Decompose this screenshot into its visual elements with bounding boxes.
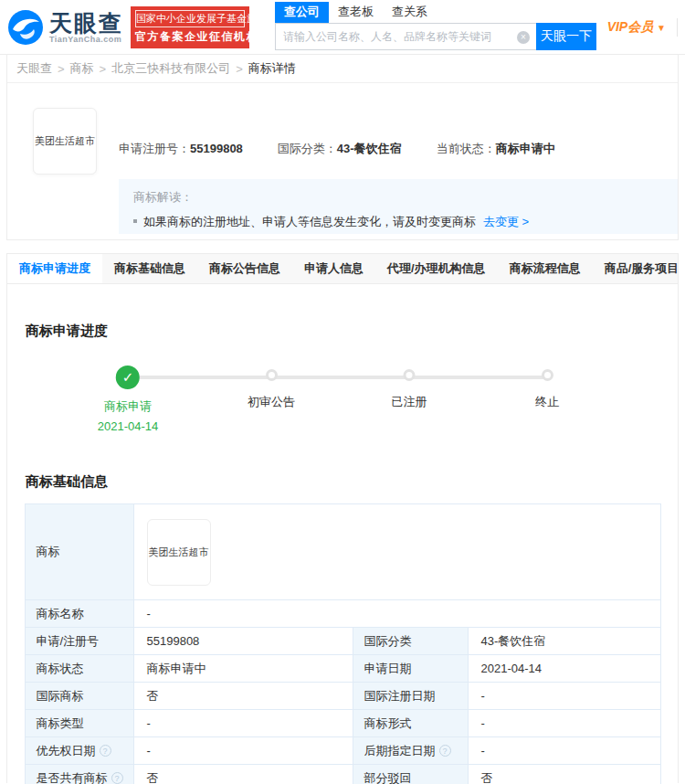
certification-badge: 国家中小企业发展子基金旗下 官方备案企业征信机构 bbox=[131, 6, 249, 48]
breadcrumb-current: 商标详情 bbox=[248, 60, 296, 77]
go-change-link[interactable]: 去变更 > bbox=[483, 215, 529, 228]
search-tabs: 查公司 查老板 查关系 bbox=[275, 4, 596, 23]
progress-section-title: 商标申请进度 bbox=[7, 284, 678, 340]
application-progress-stepper: ✓ 商标申请 2021-04-14 初审公告 已注册 终止 bbox=[7, 366, 678, 446]
stepper-line bbox=[128, 376, 547, 379]
step-terminated: 终止 bbox=[535, 366, 559, 410]
step-applied-date: 2021-04-14 bbox=[98, 419, 159, 433]
current-status-field: 当前状态：商标申请中 bbox=[437, 141, 555, 157]
search-tab-relation[interactable]: 查关系 bbox=[383, 2, 437, 23]
eye-logo-icon bbox=[7, 9, 44, 46]
table-row: 优先权日期? - 后期指定日期? - bbox=[25, 737, 660, 765]
table-row: 商标状态 商标申请中 申请日期 2021-04-14 bbox=[25, 655, 660, 683]
help-icon[interactable]: ? bbox=[439, 745, 451, 757]
tab-announcement-info[interactable]: 商标公告信息 bbox=[197, 254, 292, 283]
table-row: 申请/注册号 55199808 国际分类 43-餐饮住宿 bbox=[25, 628, 660, 655]
breadcrumb: 天眼查 > 商标 > 北京三快科技有限公司 > 商标详情 bbox=[6, 55, 679, 83]
header-divider bbox=[677, 18, 678, 37]
trademark-image-small: 美团生活超市 bbox=[147, 519, 211, 586]
label-trademark-name: 商标名称 bbox=[25, 600, 133, 628]
registration-number-field: 申请注册号：55199808 bbox=[119, 141, 243, 157]
table-row-name: 商标名称 - bbox=[25, 600, 660, 628]
label-trademark: 商标 bbox=[25, 504, 133, 600]
search-tab-company[interactable]: 查公司 bbox=[275, 2, 329, 23]
brand-domain: TianYanCha.com bbox=[49, 35, 123, 44]
tab-application-progress[interactable]: 商标申请进度 bbox=[7, 254, 102, 283]
interpretation-title: 商标解读： bbox=[133, 189, 663, 206]
table-row: 商标类型 - 商标形式 - bbox=[25, 710, 660, 737]
trademark-interpretation-box: 商标解读： 如果商标的注册地址、申请人等信息发生变化，请及时变更商标去变更 > bbox=[119, 179, 678, 234]
check-icon: ✓ bbox=[116, 366, 140, 389]
step-dot-icon bbox=[542, 369, 553, 381]
brand-name: 天眼查 bbox=[49, 11, 123, 35]
breadcrumb-trademark[interactable]: 商标 bbox=[70, 60, 94, 77]
main-content: 商标申请进度 ✓ 商标申请 2021-04-14 初审公告 已注册 终止 商标基… bbox=[6, 284, 679, 783]
vip-member-link[interactable]: VIP会员 ▼ bbox=[607, 19, 666, 36]
tianyancha-logo[interactable]: 天眼查 TianYanCha.com bbox=[7, 9, 123, 46]
badge-line2: 官方备案企业征信机构 bbox=[135, 29, 245, 45]
tab-goods-services[interactable]: 商品/服务项目 bbox=[593, 254, 685, 283]
tab-process-info[interactable]: 商标流程信息 bbox=[498, 254, 593, 283]
help-icon[interactable]: ? bbox=[111, 772, 123, 784]
bullet-icon bbox=[133, 219, 137, 223]
basic-info-table: 商标 美团生活超市 商标名称 - 申请/注册号 55199808 国际分类 43… bbox=[25, 503, 661, 784]
table-row-trademark: 商标 美团生活超市 bbox=[25, 504, 660, 600]
tab-basic-info[interactable]: 商标基础信息 bbox=[102, 254, 197, 283]
tab-applicant-info[interactable]: 申请人信息 bbox=[292, 254, 375, 283]
basic-info-section-title: 商标基础信息 bbox=[7, 446, 678, 491]
breadcrumb-company[interactable]: 北京三快科技有限公司 bbox=[111, 60, 230, 77]
trademark-summary: 美团生活超市 申请注册号：55199808 国际分类：43-餐饮住宿 当前状态：… bbox=[6, 83, 679, 240]
intl-class-field: 国际分类：43-餐饮住宿 bbox=[278, 141, 402, 157]
step-preliminary-announcement: 初审公告 bbox=[248, 366, 295, 410]
chevron-down-icon: ▼ bbox=[657, 23, 666, 33]
step-dot-icon bbox=[266, 369, 278, 381]
summary-fields: 申请注册号：55199808 国际分类：43-餐饮住宿 当前状态：商标申请中 bbox=[119, 141, 590, 157]
tab-agency-info[interactable]: 代理/办理机构信息 bbox=[375, 254, 498, 283]
section-gap bbox=[0, 240, 685, 253]
search-area: 查公司 查老板 查关系 × 天眼一下 bbox=[275, 4, 596, 50]
step-dot-icon bbox=[404, 369, 416, 381]
step-applied: ✓ 商标申请 2021-04-14 bbox=[98, 366, 159, 433]
value-trademark-name: - bbox=[133, 600, 660, 628]
search-tab-boss[interactable]: 查老板 bbox=[329, 2, 383, 23]
breadcrumb-home[interactable]: 天眼查 bbox=[16, 60, 52, 77]
badge-line1: 国家中小企业发展子基金旗下 bbox=[135, 10, 245, 27]
step-registered: 已注册 bbox=[392, 366, 427, 410]
table-row: 国际商标 否 国际注册日期 - bbox=[25, 683, 660, 710]
detail-tabbar: 商标申请进度 商标基础信息 商标公告信息 申请人信息 代理/办理机构信息 商标流… bbox=[6, 253, 679, 284]
search-input[interactable] bbox=[276, 24, 536, 49]
header: 天眼查 TianYanCha.com 国家中小企业发展子基金旗下 官方备案企业征… bbox=[0, 0, 685, 55]
interpretation-tip: 如果商标的注册地址、申请人等信息发生变化，请及时变更商标去变更 > bbox=[133, 214, 663, 230]
search-button[interactable]: 天眼一下 bbox=[536, 23, 596, 50]
trademark-image: 美团生活超市 bbox=[33, 108, 97, 175]
table-row: 是否共有商标? 否 部分驳回 否 bbox=[25, 765, 660, 784]
clear-search-icon[interactable]: × bbox=[517, 31, 530, 44]
help-icon[interactable]: ? bbox=[100, 745, 111, 757]
